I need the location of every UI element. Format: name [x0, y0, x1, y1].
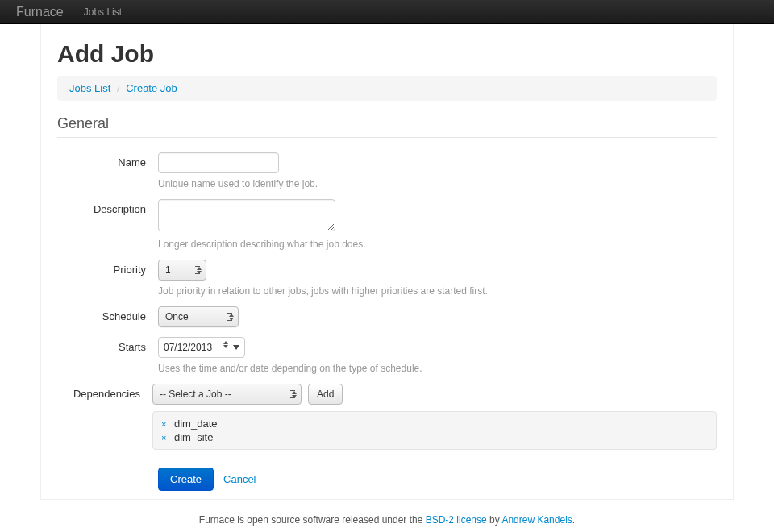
footer-text: Furnace is open source software released… [199, 514, 426, 526]
form-row-schedule: Schedule Once [57, 306, 717, 327]
form-row-dependencies: Dependencies -- Select a Job -- Add × di… [57, 384, 717, 450]
footer: Furnace is open source software released… [0, 500, 774, 532]
help-starts: Uses the time and/or date depending on t… [158, 363, 717, 374]
breadcrumb-separator: / [114, 82, 123, 94]
form-row-description: Description Longer description describin… [57, 199, 717, 250]
breadcrumb: Jobs List / Create Job [57, 76, 717, 101]
dependency-name: dim_date [174, 418, 217, 430]
add-dependency-button[interactable]: Add [308, 384, 343, 405]
label-schedule: Schedule [57, 306, 158, 322]
starts-value: 07/12/2013 [164, 342, 212, 353]
priority-select[interactable]: 1 [158, 260, 206, 281]
main-container: Add Job Jobs List / Create Job General N… [40, 24, 734, 500]
cancel-link[interactable]: Cancel [223, 473, 256, 485]
help-priority: Job priority in relation to other jobs, … [158, 285, 717, 297]
label-starts: Starts [57, 337, 158, 353]
dependency-item: × dim_date [161, 417, 708, 430]
form-row-priority: Priority 1 Job priority in relation to o… [57, 260, 717, 297]
help-description: Longer description describing what the j… [158, 239, 717, 250]
priority-value: 1 [165, 264, 171, 276]
dependencies-select[interactable]: -- Select a Job -- [152, 384, 302, 405]
help-name: Unique name used to identify the job. [158, 178, 717, 189]
name-input[interactable] [158, 152, 279, 173]
footer-author-link[interactable]: Andrew Kandels [501, 514, 572, 526]
select-arrows-icon [292, 384, 297, 404]
create-button[interactable]: Create [158, 468, 214, 491]
remove-dependency-icon[interactable]: × [161, 419, 169, 429]
dropdown-icon [233, 345, 239, 350]
dependency-item: × dim_site [161, 430, 708, 444]
page-title: Add Job [57, 40, 717, 68]
navbar: Furnace Jobs List [0, 0, 774, 24]
form-row-name: Name Unique name used to identify the jo… [57, 152, 717, 189]
footer-text: by [487, 514, 502, 526]
schedule-select[interactable]: Once [158, 306, 239, 327]
spinner-icon [223, 341, 228, 348]
nav-link-jobs-list[interactable]: Jobs List [84, 6, 122, 18]
label-name: Name [57, 152, 158, 168]
form-row-starts: Starts 07/12/2013 Uses the time and/or d… [57, 337, 717, 374]
dependency-name: dim_site [174, 431, 213, 443]
navbar-brand[interactable]: Furnace [16, 5, 64, 19]
schedule-value: Once [165, 311, 189, 322]
select-arrows-icon [229, 307, 234, 326]
footer-license-link[interactable]: BSD-2 license [426, 514, 487, 526]
form-actions: Create Cancel [158, 468, 717, 491]
label-priority: Priority [57, 260, 158, 276]
breadcrumb-create-job[interactable]: Create Job [126, 82, 177, 94]
remove-dependency-icon[interactable]: × [161, 433, 169, 443]
section-title-general: General [57, 115, 717, 138]
starts-date-input[interactable]: 07/12/2013 [158, 337, 245, 358]
dependencies-list: × dim_date × dim_site [152, 411, 717, 450]
footer-text: . [572, 514, 575, 526]
breadcrumb-jobs-list[interactable]: Jobs List [69, 82, 110, 94]
description-input[interactable] [158, 199, 335, 231]
label-dependencies: Dependencies [57, 384, 152, 400]
select-arrows-icon [197, 260, 202, 280]
label-description: Description [57, 199, 158, 215]
dependencies-placeholder: -- Select a Job -- [160, 389, 231, 400]
